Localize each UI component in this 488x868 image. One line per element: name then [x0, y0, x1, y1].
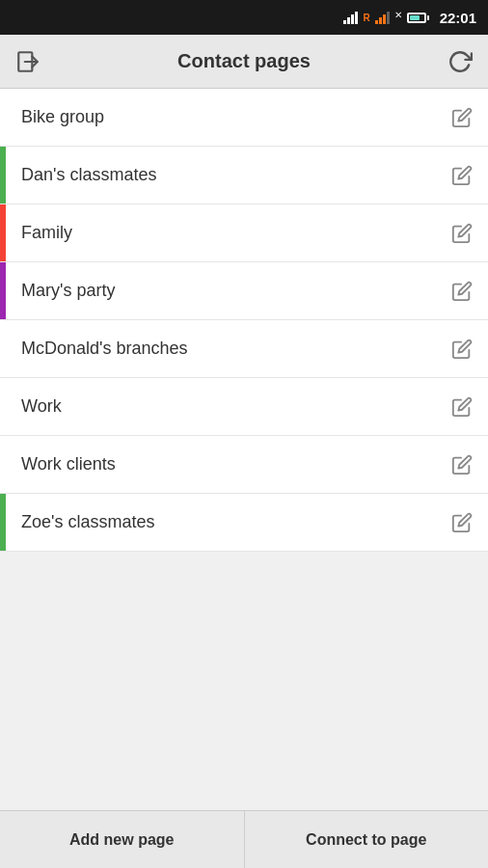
- list-item[interactable]: Work: [0, 378, 488, 436]
- item-label: Mary's party: [21, 281, 451, 301]
- item-label: Bike group: [21, 107, 451, 127]
- list-item[interactable]: Mary's party: [0, 262, 488, 320]
- connect-to-page-button[interactable]: Connect to page: [245, 811, 489, 868]
- color-indicator: [0, 204, 6, 261]
- item-label: Family: [21, 223, 451, 243]
- no-signal-icon: ✕: [394, 10, 402, 20]
- battery-icon: [407, 13, 429, 23]
- list-item[interactable]: Family: [0, 204, 488, 262]
- color-indicator: [0, 494, 6, 551]
- network-r-icon: R: [363, 13, 369, 23]
- main-content: Bike group Dan's classmates Family Mary'…: [0, 89, 488, 810]
- edit-icon[interactable]: [451, 512, 473, 533]
- list-item[interactable]: Dan's classmates: [0, 147, 488, 204]
- item-label: Work: [21, 396, 451, 417]
- status-time: 22:01: [440, 10, 476, 26]
- item-label: Work clients: [21, 454, 451, 475]
- color-indicator: [0, 89, 6, 146]
- edit-icon[interactable]: [451, 339, 473, 360]
- empty-area: [0, 552, 488, 810]
- wifi-icon: [343, 11, 358, 24]
- color-indicator: [0, 378, 6, 435]
- edit-icon[interactable]: [451, 454, 473, 475]
- item-label: Zoe's classmates: [21, 512, 451, 532]
- edit-icon[interactable]: [451, 165, 473, 186]
- refresh-button[interactable]: [447, 49, 473, 74]
- status-bar: R ✕ 22:01: [0, 0, 488, 35]
- signal-icon: [375, 11, 390, 24]
- edit-icon[interactable]: [451, 107, 473, 128]
- list-item[interactable]: Work clients: [0, 436, 488, 494]
- color-indicator: [0, 436, 6, 493]
- bottom-bar: Add new page Connect to page: [0, 810, 488, 868]
- item-label: Dan's classmates: [21, 165, 451, 185]
- color-indicator: [0, 147, 6, 203]
- top-bar: Contact pages: [0, 35, 488, 89]
- contact-list: Bike group Dan's classmates Family Mary'…: [0, 89, 488, 552]
- edit-icon[interactable]: [451, 281, 473, 302]
- list-item[interactable]: McDonald's branches: [0, 320, 488, 378]
- edit-icon[interactable]: [451, 223, 473, 244]
- edit-icon[interactable]: [451, 396, 473, 418]
- add-new-page-button[interactable]: Add new page: [0, 811, 245, 868]
- exit-button[interactable]: [15, 49, 41, 74]
- color-indicator: [0, 320, 6, 377]
- color-indicator: [0, 262, 6, 319]
- page-title: Contact pages: [177, 50, 311, 72]
- list-item[interactable]: Bike group: [0, 89, 488, 147]
- list-item[interactable]: Zoe's classmates: [0, 494, 488, 552]
- item-label: McDonald's branches: [21, 339, 451, 359]
